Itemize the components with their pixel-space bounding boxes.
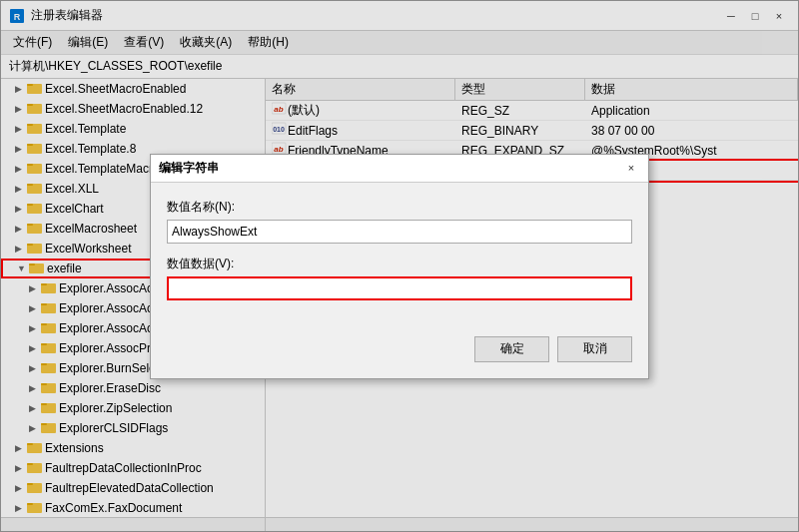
modal-overlay: 编辑字符串 × 数值名称(N): 数值数据(V): 确定 取消 xyxy=(0,0,799,532)
name-field-group: 数值名称(N): xyxy=(167,199,632,244)
modal-footer: 确定 取消 xyxy=(151,328,648,378)
name-input[interactable] xyxy=(167,220,632,244)
data-field-group: 数值数据(V): xyxy=(167,256,632,300)
data-input[interactable] xyxy=(167,276,632,300)
modal-title-bar: 编辑字符串 × xyxy=(151,155,648,183)
name-field-label: 数值名称(N): xyxy=(167,199,632,216)
modal-title-text: 编辑字符串 xyxy=(159,160,219,177)
modal-body: 数值名称(N): 数值数据(V): xyxy=(151,183,648,328)
ok-button[interactable]: 确定 xyxy=(474,336,549,362)
data-field-label: 数值数据(V): xyxy=(167,256,632,272)
edit-string-dialog: 编辑字符串 × 数值名称(N): 数值数据(V): 确定 取消 xyxy=(150,154,649,379)
modal-close-button[interactable]: × xyxy=(622,159,640,177)
cancel-button[interactable]: 取消 xyxy=(557,336,632,362)
